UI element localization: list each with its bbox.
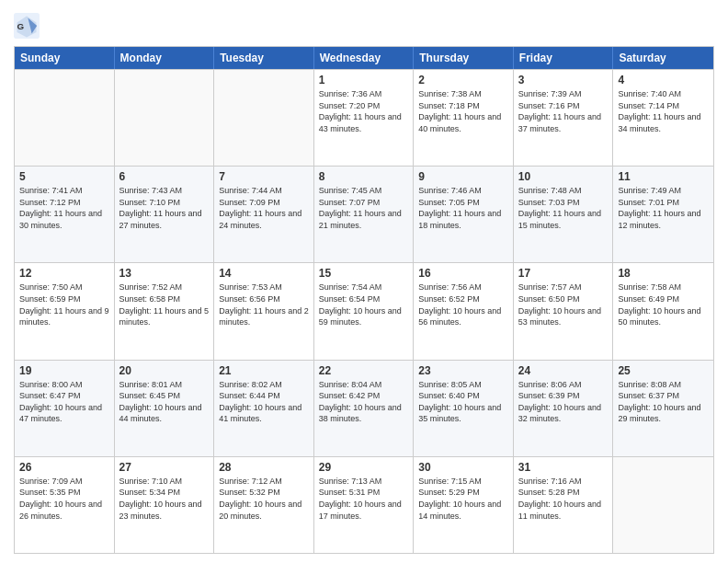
weekday-header-saturday: Saturday <box>613 47 713 69</box>
day-cell-31: 31Sunrise: 7:16 AM Sunset: 5:28 PM Dayli… <box>514 457 614 553</box>
day-number: 6 <box>119 170 210 183</box>
day-cell-24: 24Sunrise: 8:06 AM Sunset: 6:39 PM Dayli… <box>514 361 614 456</box>
day-cell-12: 12Sunrise: 7:50 AM Sunset: 6:59 PM Dayli… <box>15 263 115 359</box>
day-number: 31 <box>518 461 609 474</box>
day-info: Sunrise: 8:04 AM Sunset: 6:42 PM Dayligh… <box>319 379 409 425</box>
day-number: 17 <box>518 267 609 280</box>
day-info: Sunrise: 7:10 AM Sunset: 5:34 PM Dayligh… <box>119 476 210 522</box>
day-cell-13: 13Sunrise: 7:52 AM Sunset: 6:58 PM Dayli… <box>115 263 215 359</box>
day-info: Sunrise: 7:58 AM Sunset: 6:49 PM Dayligh… <box>618 282 709 327</box>
day-info: Sunrise: 7:09 AM Sunset: 5:35 PM Dayligh… <box>19 476 109 522</box>
day-info: Sunrise: 7:56 AM Sunset: 6:52 PM Dayligh… <box>418 282 508 327</box>
day-cell-5: 5Sunrise: 7:41 AM Sunset: 7:12 PM Daylig… <box>15 167 115 262</box>
day-cell-3: 3Sunrise: 7:39 AM Sunset: 7:16 PM Daylig… <box>514 70 614 166</box>
calendar-row-2: 12Sunrise: 7:50 AM Sunset: 6:59 PM Dayli… <box>15 262 713 359</box>
day-info: Sunrise: 7:41 AM Sunset: 7:12 PM Dayligh… <box>19 185 109 231</box>
day-number: 13 <box>119 267 210 280</box>
calendar-row-4: 26Sunrise: 7:09 AM Sunset: 5:35 PM Dayli… <box>15 456 713 553</box>
weekday-header-friday: Friday <box>514 47 614 69</box>
day-cell-15: 15Sunrise: 7:54 AM Sunset: 6:54 PM Dayli… <box>314 263 415 359</box>
day-cell-4: 4Sunrise: 7:40 AM Sunset: 7:14 PM Daylig… <box>613 70 713 166</box>
day-number: 18 <box>618 267 709 280</box>
day-info: Sunrise: 7:16 AM Sunset: 5:28 PM Dayligh… <box>518 476 609 522</box>
day-info: Sunrise: 7:40 AM Sunset: 7:14 PM Dayligh… <box>618 88 709 134</box>
day-cell-28: 28Sunrise: 7:12 AM Sunset: 5:32 PM Dayli… <box>214 457 314 553</box>
day-info: Sunrise: 7:39 AM Sunset: 7:16 PM Dayligh… <box>518 88 609 134</box>
day-info: Sunrise: 8:01 AM Sunset: 6:45 PM Dayligh… <box>119 379 210 425</box>
day-cell-9: 9Sunrise: 7:46 AM Sunset: 7:05 PM Daylig… <box>414 167 514 262</box>
day-number: 9 <box>418 170 508 183</box>
logo: G <box>14 13 43 39</box>
day-cell-25: 25Sunrise: 8:08 AM Sunset: 6:37 PM Dayli… <box>613 361 713 456</box>
day-info: Sunrise: 7:15 AM Sunset: 5:29 PM Dayligh… <box>418 476 508 522</box>
day-number: 26 <box>19 461 109 474</box>
day-cell-17: 17Sunrise: 7:57 AM Sunset: 6:50 PM Dayli… <box>514 263 614 359</box>
day-cell-10: 10Sunrise: 7:48 AM Sunset: 7:03 PM Dayli… <box>514 167 614 262</box>
empty-cell <box>15 70 115 166</box>
day-info: Sunrise: 7:38 AM Sunset: 7:18 PM Dayligh… <box>418 88 508 134</box>
day-info: Sunrise: 7:57 AM Sunset: 6:50 PM Dayligh… <box>518 282 609 327</box>
day-number: 15 <box>319 267 409 280</box>
day-cell-19: 19Sunrise: 8:00 AM Sunset: 6:47 PM Dayli… <box>15 361 115 456</box>
day-number: 28 <box>219 461 309 474</box>
day-cell-1: 1Sunrise: 7:36 AM Sunset: 7:20 PM Daylig… <box>314 70 415 166</box>
calendar-header: SundayMondayTuesdayWednesdayThursdayFrid… <box>15 47 713 69</box>
day-info: Sunrise: 7:48 AM Sunset: 7:03 PM Dayligh… <box>518 185 609 231</box>
calendar-row-3: 19Sunrise: 8:00 AM Sunset: 6:47 PM Dayli… <box>15 360 713 456</box>
day-number: 23 <box>418 364 508 377</box>
day-number: 5 <box>19 170 109 183</box>
weekday-header-tuesday: Tuesday <box>214 47 314 69</box>
day-info: Sunrise: 7:53 AM Sunset: 6:56 PM Dayligh… <box>219 282 309 327</box>
day-info: Sunrise: 7:54 AM Sunset: 6:54 PM Dayligh… <box>319 282 409 327</box>
header: G <box>14 9 714 39</box>
day-cell-16: 16Sunrise: 7:56 AM Sunset: 6:52 PM Dayli… <box>414 263 514 359</box>
day-number: 29 <box>319 461 409 474</box>
day-info: Sunrise: 7:36 AM Sunset: 7:20 PM Dayligh… <box>319 88 409 134</box>
day-cell-7: 7Sunrise: 7:44 AM Sunset: 7:09 PM Daylig… <box>214 167 314 262</box>
day-number: 24 <box>518 364 609 377</box>
day-number: 4 <box>618 74 709 86</box>
day-info: Sunrise: 7:43 AM Sunset: 7:10 PM Dayligh… <box>119 185 210 231</box>
day-number: 11 <box>618 170 709 183</box>
day-info: Sunrise: 7:50 AM Sunset: 6:59 PM Dayligh… <box>19 282 109 327</box>
day-number: 3 <box>518 74 609 86</box>
empty-cell <box>613 457 713 553</box>
day-number: 19 <box>19 364 109 377</box>
day-cell-30: 30Sunrise: 7:15 AM Sunset: 5:29 PM Dayli… <box>414 457 514 553</box>
day-info: Sunrise: 8:02 AM Sunset: 6:44 PM Dayligh… <box>219 379 309 425</box>
day-number: 22 <box>319 364 409 377</box>
empty-cell <box>214 70 314 166</box>
day-info: Sunrise: 7:12 AM Sunset: 5:32 PM Dayligh… <box>219 476 309 522</box>
day-cell-14: 14Sunrise: 7:53 AM Sunset: 6:56 PM Dayli… <box>214 263 314 359</box>
day-cell-23: 23Sunrise: 8:05 AM Sunset: 6:40 PM Dayli… <box>414 361 514 456</box>
day-number: 20 <box>119 364 210 377</box>
calendar-body: 1Sunrise: 7:36 AM Sunset: 7:20 PM Daylig… <box>15 69 713 553</box>
day-number: 8 <box>319 170 409 183</box>
day-cell-21: 21Sunrise: 8:02 AM Sunset: 6:44 PM Dayli… <box>214 361 314 456</box>
day-cell-27: 27Sunrise: 7:10 AM Sunset: 5:34 PM Dayli… <box>115 457 215 553</box>
empty-cell <box>115 70 215 166</box>
page: G SundayMondayTuesdayWednesdayThursdayFr… <box>0 0 728 563</box>
day-info: Sunrise: 7:49 AM Sunset: 7:01 PM Dayligh… <box>618 185 709 231</box>
day-cell-6: 6Sunrise: 7:43 AM Sunset: 7:10 PM Daylig… <box>115 167 215 262</box>
day-number: 27 <box>119 461 210 474</box>
day-info: Sunrise: 8:06 AM Sunset: 6:39 PM Dayligh… <box>518 379 609 425</box>
day-info: Sunrise: 7:46 AM Sunset: 7:05 PM Dayligh… <box>418 185 508 231</box>
day-number: 1 <box>319 74 409 86</box>
day-cell-11: 11Sunrise: 7:49 AM Sunset: 7:01 PM Dayli… <box>613 167 713 262</box>
day-cell-8: 8Sunrise: 7:45 AM Sunset: 7:07 PM Daylig… <box>314 167 415 262</box>
day-cell-26: 26Sunrise: 7:09 AM Sunset: 5:35 PM Dayli… <box>15 457 115 553</box>
day-cell-29: 29Sunrise: 7:13 AM Sunset: 5:31 PM Dayli… <box>314 457 415 553</box>
day-number: 2 <box>418 74 508 86</box>
day-number: 10 <box>518 170 609 183</box>
day-number: 14 <box>219 267 309 280</box>
day-info: Sunrise: 7:45 AM Sunset: 7:07 PM Dayligh… <box>319 185 409 231</box>
day-info: Sunrise: 7:13 AM Sunset: 5:31 PM Dayligh… <box>319 476 409 522</box>
calendar-row-0: 1Sunrise: 7:36 AM Sunset: 7:20 PM Daylig… <box>15 69 713 166</box>
day-info: Sunrise: 8:05 AM Sunset: 6:40 PM Dayligh… <box>418 379 508 425</box>
weekday-header-thursday: Thursday <box>414 47 514 69</box>
logo-icon: G <box>14 13 40 39</box>
day-info: Sunrise: 8:08 AM Sunset: 6:37 PM Dayligh… <box>618 379 709 425</box>
day-number: 7 <box>219 170 309 183</box>
day-number: 16 <box>418 267 508 280</box>
